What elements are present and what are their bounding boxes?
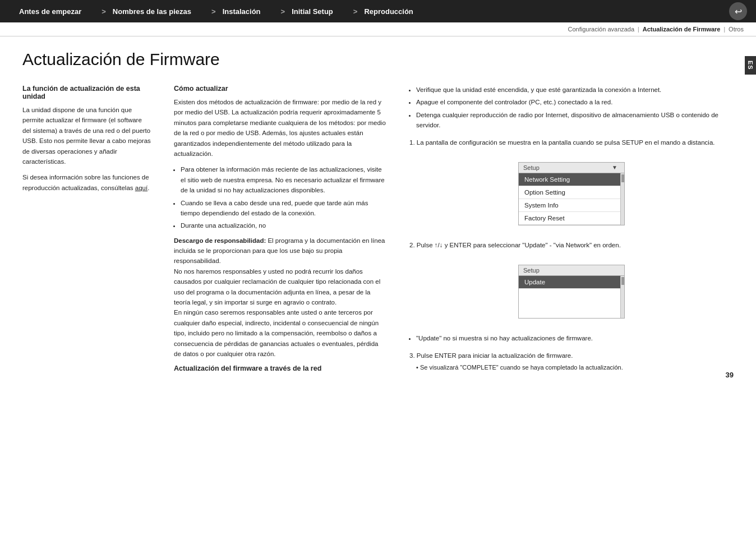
right-bullet-3: Detenga cualquier reproducción de radio … — [416, 110, 734, 131]
diagram2-row-update: Update — [519, 276, 624, 289]
col-middle: Cómo actualizar Existen dos métodos de a… — [174, 85, 387, 377]
diagram1-header: Setup ▼ — [519, 163, 624, 173]
right-bullet-1: Verifique que la unidad esté encendida, … — [416, 85, 734, 95]
diagram1-row-system: System Info — [519, 199, 624, 212]
nav-item-instalacion[interactable]: > Instalación — [201, 7, 271, 16]
nav-arrow: > — [102, 7, 106, 16]
main-content: Actualización de Firmware La función de … — [0, 36, 756, 390]
page-number: 39 — [726, 371, 734, 379]
nav-item-reproduccion[interactable]: > Reproducción — [343, 7, 423, 16]
col-right: Verifique que la unidad esté encendida, … — [409, 85, 734, 377]
bullet-3: Durante una actualización, no — [181, 220, 387, 230]
right-bullets-top: Verifique que la unidad esté encendida, … — [409, 85, 734, 133]
nav-items: > Antes de empezar > Nombres de las piez… — [9, 7, 747, 16]
nav-item-antes[interactable]: > Antes de empezar — [9, 7, 91, 16]
back-button[interactable]: ↩ — [729, 2, 747, 20]
wifi-icon: ▼ — [612, 164, 617, 170]
breadcrumb-item-advanced[interactable]: Configuración avanzada — [564, 26, 638, 33]
diagram1-row-factory: Factory Reset — [519, 212, 624, 225]
nav-item-nombres[interactable]: > Nombres de las piezas — [91, 7, 201, 16]
bullet-2: Cuando se lleva a cabo desde una red, pu… — [181, 198, 387, 219]
nav-arrow: > — [353, 7, 358, 16]
disclaimer-text: El programa y la documentación en línea … — [174, 237, 385, 357]
right-bullet-2: Apague el componente del controlador (PC… — [416, 97, 734, 107]
step3-text: 3. Pulse ENTER para iniciar la actualiza… — [409, 350, 734, 361]
breadcrumb-item-firmware[interactable]: Actualización de Firmware — [639, 26, 724, 33]
step3-note: • Se visualizará "COMPLETE" cuando se ha… — [416, 364, 734, 371]
diagram2-header: Setup — [519, 265, 624, 276]
section2-heading: Cómo actualizar — [174, 85, 387, 93]
disclaimer: Descargo de responsabilidad: El programa… — [174, 236, 387, 359]
top-navigation: > Antes de empezar > Nombres de las piez… — [0, 0, 756, 22]
note-update: "Update" no si muestra si no hay actuali… — [409, 333, 734, 345]
section2-bullets: Para obtener la información más reciente… — [174, 164, 387, 230]
page-title: Actualización de Firmware — [22, 50, 734, 69]
nav-item-initial-setup[interactable]: > Initial Setup — [271, 7, 343, 16]
here-link[interactable]: aquí — [135, 185, 147, 191]
section1-heading: La función de actualización de esta unid… — [22, 85, 151, 100]
section3-heading: Actualización del firmware a través de l… — [174, 365, 387, 372]
col-left: La función de actualización de esta unid… — [22, 85, 151, 377]
breadcrumb-item-otros[interactable]: Otros — [725, 26, 747, 33]
note-update-item: "Update" no si muestra si no hay actuali… — [416, 333, 734, 343]
step2-text: 2. Pulse ↑/↓ y ENTER para seleccionar "U… — [409, 240, 734, 250]
setup-diagram-1: Setup ▼ Network Setting Option Setting — [518, 162, 625, 225]
setup-diagram-2: Setup Update — [518, 265, 625, 319]
language-tab: ES — [745, 56, 756, 75]
diagram1-row-network: Network Setting — [519, 173, 624, 186]
diagram1-row-option: Option Setting — [519, 186, 624, 199]
disclaimer-bold: Descargo de responsabilidad: — [174, 237, 266, 244]
section1-para2: Si desea información sobre las funciones… — [22, 172, 151, 193]
section1-para1: La unidad dispone de una función que per… — [22, 105, 151, 167]
bullet-1: Para obtener la información más reciente… — [181, 164, 387, 195]
step1-text: 1. La pantalla de configuración se muest… — [409, 137, 734, 147]
nav-arrow: > — [211, 7, 216, 16]
section2-para1: Existen dos métodos de actualización de … — [174, 97, 387, 159]
breadcrumb-bar: Configuración avanzada | Actualización d… — [0, 22, 756, 36]
nav-arrow: > — [281, 7, 285, 16]
